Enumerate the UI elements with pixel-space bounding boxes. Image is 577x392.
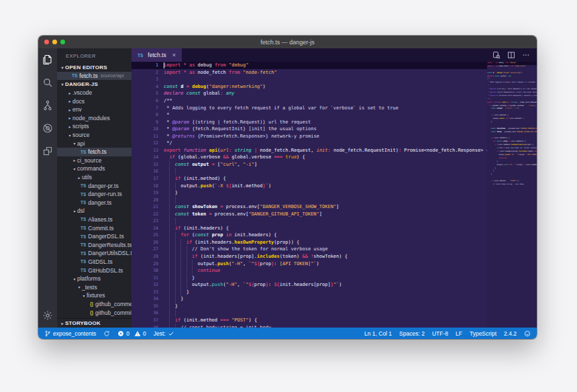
code-line-8[interactable]: 8 * <box>132 111 487 119</box>
tree-item-scripts[interactable]: ▸scripts <box>57 122 132 131</box>
minimize-window-button[interactable] <box>52 40 57 44</box>
code-line-20[interactable]: 20 <box>132 196 487 203</box>
code-line-3[interactable]: 3 <box>132 76 487 83</box>
problems-item[interactable]: 0 0 <box>117 330 146 337</box>
close-tab-icon[interactable]: × <box>172 52 176 58</box>
minimap[interactable]: import * as debug from "debug"import * a… <box>487 62 537 328</box>
code-line-1[interactable]: 1import * as debug from "debug" <box>132 62 487 69</box>
tree-item-gitdsl-ts[interactable]: TSGitDSL.ts <box>57 258 132 266</box>
tree-item-dangerresults-ts[interactable]: TSDangerResults.ts <box>57 240 132 249</box>
code-line-35[interactable]: 35} <box>132 303 487 310</box>
code-line-16[interactable]: 16 <box>132 168 487 175</box>
cursor-position-item[interactable]: Ln 1, Col 1 <box>364 330 392 337</box>
search-icon[interactable] <box>42 77 53 88</box>
tab-fetch-ts[interactable]: TS fetch.ts × <box>132 48 182 62</box>
title-bar[interactable]: fetch.ts — danger-js <box>38 36 537 48</box>
code-editor[interactable]: 1import * as debug from "debug"2import *… <box>132 62 537 328</box>
code-line-14[interactable]: 14if (global.verbose && global.verbose =… <box>132 154 487 161</box>
explorer-icon[interactable] <box>42 54 53 65</box>
tree-item-dangerdsl-ts[interactable]: TSDangerDSL.ts <box>57 232 132 241</box>
tree-item-aliases-ts[interactable]: TSAliases.ts <box>57 215 132 224</box>
line-number: 6 <box>132 98 164 103</box>
code-line-36[interactable]: 36 <box>132 309 487 317</box>
zoom-window-button[interactable] <box>60 40 65 44</box>
storybook-section[interactable]: ▸ STORYBOOK <box>57 318 132 328</box>
language-mode-item[interactable]: TypeScript <box>470 330 496 337</box>
code-area[interactable]: 1import * as debug from "debug"2import *… <box>132 62 487 328</box>
code-line-15[interactable]: 15const output = ["curl", "-i"] <box>132 161 487 168</box>
tree-item-source[interactable]: ▾source <box>57 131 132 140</box>
code-line-5[interactable]: 5declare const global: any <box>132 90 487 97</box>
code-line-21[interactable]: 21const showToken = process.env["DANGER_… <box>132 203 487 211</box>
tree-item-docs[interactable]: ▸docs <box>57 97 132 105</box>
close-window-button[interactable] <box>44 40 49 44</box>
project-section-danger-js[interactable]: ▾ DANGER-JS <box>57 80 132 89</box>
code-line-38[interactable]: 38// const body:string = init.body <box>132 324 487 328</box>
code-line-17[interactable]: 17if (init.method) { <box>132 175 487 183</box>
code-line-13[interactable]: 13export function api(url: string | node… <box>132 147 487 154</box>
tree-item-fixtures[interactable]: ▾fixtures <box>57 291 132 300</box>
code-line-11[interactable]: 11 * @returns {Promise<fetch.Response>} … <box>132 132 487 140</box>
code-line-24[interactable]: 24if (init.headers) { <box>132 225 487 232</box>
tree-item-danger-run-ts[interactable]: TSdanger-run.ts <box>57 190 132 199</box>
code-line-22[interactable]: 22const token = process.env["DANGER_GITH… <box>132 210 487 217</box>
tree-item-github-commits-[interactable]: {}github_commits.. <box>57 308 132 317</box>
eol-item[interactable]: LF <box>456 330 462 337</box>
code-line-23[interactable]: 23 <box>132 217 487 225</box>
jest-status-item[interactable]: Jest: <box>154 330 174 337</box>
json-file-icon: {} <box>90 310 93 315</box>
open-editors-section[interactable]: ▾ OPEN EDITORS <box>57 63 132 72</box>
code-line-28[interactable]: 28if (init.headers[prop].includes(token)… <box>132 253 487 260</box>
extensions-icon[interactable] <box>42 146 53 156</box>
tree-item--tests[interactable]: ▾_tests <box>57 283 132 291</box>
tree-item-platforms[interactable]: ▾platforms <box>57 275 132 283</box>
git-branch-item[interactable]: expose_contents <box>44 330 96 337</box>
tree-item-api[interactable]: ▾api <box>57 139 132 148</box>
encoding-item[interactable]: UTF-8 <box>432 330 448 337</box>
code-line-26[interactable]: 26if (init.headers.hasOwnProperty(prop))… <box>132 239 487 246</box>
tree-item-commit-ts[interactable]: TSCommit.ts <box>57 224 132 232</box>
code-line-9[interactable]: 9 * @param {(string | fetch.Request)} ur… <box>132 118 487 126</box>
code-line-31[interactable]: 31} <box>132 274 487 281</box>
tree-item-utils[interactable]: ▸utils <box>57 173 132 182</box>
tree-item-dangerutilsdsl-ts[interactable]: TSDangerUtilsDSL.ts <box>57 249 132 258</box>
tree-item-dsl[interactable]: ▾dsl <box>57 207 132 215</box>
open-changes-icon[interactable] <box>492 51 501 59</box>
open-editor-item-fetch-ts[interactable]: TS fetch.ts source/api <box>57 72 132 81</box>
code-line-37[interactable]: 37if (init.method === "POST") { <box>132 317 487 324</box>
code-line-33[interactable]: 33} <box>132 289 487 296</box>
tree-item-commands[interactable]: ▾commands <box>57 164 132 173</box>
tree-item-ci-source[interactable]: ▸ci_source <box>57 156 132 165</box>
tree-item-githubdsl-ts[interactable]: TSGitHubDSL.ts <box>57 266 132 275</box>
tree-item-danger-ts[interactable]: TSdanger.ts <box>57 199 132 207</box>
code-line-32[interactable]: 32output.push("-H", `"${prop}: ${init.he… <box>132 281 487 289</box>
code-line-6[interactable]: 6/** <box>132 97 487 105</box>
sync-item[interactable] <box>103 330 110 337</box>
code-line-7[interactable]: 7 * Adds logging to every fetch request … <box>132 104 487 111</box>
split-editor-icon[interactable] <box>507 51 515 59</box>
code-line-19[interactable]: 19} <box>132 189 487 197</box>
code-line-34[interactable]: 34} <box>132 295 487 303</box>
code-line-4[interactable]: 4const d = debug("danger:networking") <box>132 83 487 91</box>
code-line-18[interactable]: 18output.push(`-X ${init.method}`) <box>132 182 487 189</box>
feedback-smiley-icon[interactable] <box>524 330 531 337</box>
tree-item-fetch-ts[interactable]: TSfetch.ts <box>57 148 132 156</box>
debug-icon[interactable] <box>42 123 53 134</box>
more-actions-icon[interactable] <box>522 51 530 59</box>
settings-gear-icon[interactable] <box>42 310 53 321</box>
tree-item-env[interactable]: ▸env <box>57 105 132 114</box>
code-line-10[interactable]: 10 * @param {fetch.RequestInit} [init] t… <box>132 126 487 133</box>
code-line-30[interactable]: 30continue <box>132 267 487 275</box>
tree-item-danger-pr-ts[interactable]: TSdanger-pr.ts <box>57 181 132 190</box>
source-control-icon[interactable] <box>42 100 53 111</box>
tree-item-github-commen-[interactable]: {}github_commen.. <box>57 300 132 309</box>
code-line-2[interactable]: 2import * as node_fetch from "node-fetch… <box>132 69 487 77</box>
tree-item--vscode[interactable]: ▸.vscode <box>57 89 132 97</box>
code-line-29[interactable]: 29output.push("-H", `"${prop}: [API TOKE… <box>132 260 487 267</box>
tree-item-node-modules[interactable]: ▸node_modules <box>57 114 132 123</box>
indentation-item[interactable]: Spaces: 2 <box>399 330 425 337</box>
typescript-version-item[interactable]: 2.4.2 <box>504 330 517 337</box>
code-line-12[interactable]: 12 */ <box>132 140 487 147</box>
code-line-25[interactable]: 25for (const prop in init.headers) { <box>132 232 487 239</box>
code-line-27[interactable]: 27// Don't show the token for normal ver… <box>132 246 487 253</box>
